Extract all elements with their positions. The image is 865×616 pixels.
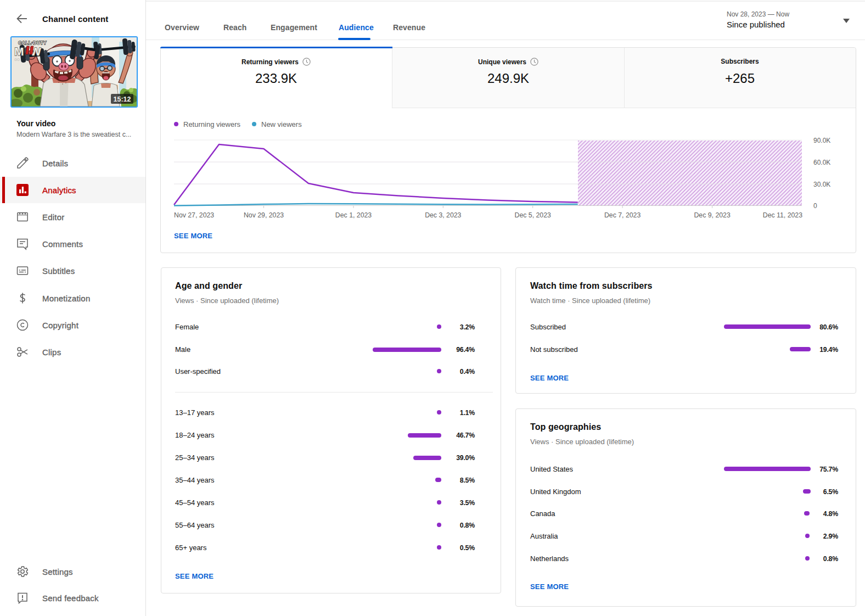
svg-text:Dec 1, 2023: Dec 1, 2023	[335, 211, 372, 219]
svg-text:0: 0	[813, 202, 817, 210]
svg-text:Dec 11, 2023: Dec 11, 2023	[763, 211, 802, 219]
svg-text:Dec 5, 2023: Dec 5, 2023	[515, 211, 551, 219]
svg-text:New viewers: New viewers	[261, 120, 302, 128]
svg-text:Dec 3, 2023: Dec 3, 2023	[425, 211, 461, 219]
svg-text:15:12: 15:12	[114, 96, 131, 103]
svg-text:30.0K: 30.0K	[813, 181, 830, 188]
svg-text:GO: GO	[14, 58, 20, 61]
svg-text:Nov 27, 2023: Nov 27, 2023	[174, 211, 214, 219]
svg-text:M: M	[14, 45, 24, 58]
svg-text:Dec 7, 2023: Dec 7, 2023	[604, 211, 641, 219]
svg-text:Returning viewers: Returning viewers	[183, 120, 241, 128]
svg-text:Dec 9, 2023: Dec 9, 2023	[694, 211, 730, 219]
svg-text:60.0K: 60.0K	[813, 159, 830, 166]
svg-text:Nov 29, 2023: Nov 29, 2023	[244, 211, 284, 219]
svg-text:90.0K: 90.0K	[813, 137, 830, 144]
